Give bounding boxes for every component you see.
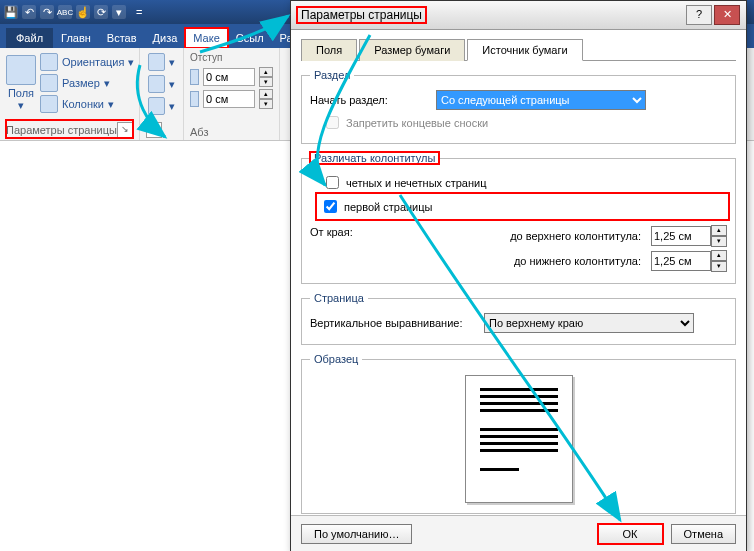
spin-down[interactable]: ▾ [711, 236, 727, 247]
chevron-down-icon: ▾ [108, 98, 114, 111]
indent-label: Отступ [190, 52, 273, 63]
spin-down[interactable]: ▾ [711, 261, 727, 272]
first-page-checkbox[interactable] [324, 200, 337, 213]
columns-button[interactable]: Колонки▾ [38, 94, 136, 114]
odd-even-checkbox[interactable] [326, 176, 339, 189]
margins-label: Поля [8, 87, 34, 99]
touch-icon[interactable]: ☝ [76, 5, 90, 19]
page-preview [465, 375, 573, 503]
margins-button[interactable]: Поля ▾ [6, 52, 36, 114]
help-button[interactable]: ? [686, 5, 712, 25]
indent-right-row: ▴▾ [190, 89, 273, 109]
page-setup-group-label: Параметры страницы [6, 124, 117, 136]
valign-select[interactable]: По верхнему краю [484, 313, 694, 333]
undo-icon[interactable]: ↶ [22, 5, 36, 19]
section-start-select[interactable]: Со следующей страницы [436, 90, 646, 110]
save-icon[interactable]: 💾 [4, 5, 18, 19]
section-fieldset: Раздел Начать раздел: Со следующей стран… [301, 69, 736, 144]
dialog-tabs: Поля Размер бумаги Источник бумаги [301, 38, 736, 61]
spin-down[interactable]: ▾ [259, 99, 273, 109]
header-distance-label: до верхнего колонтитула: [380, 230, 645, 242]
indent-left-row: ▴▾ [190, 67, 273, 87]
orientation-icon [40, 53, 58, 71]
page-setup-dialog: Параметры страницы ? ✕ Поля Размер бумаг… [290, 0, 747, 551]
headers-legend: Различать колонтитулы [310, 152, 439, 164]
dropdown-icon[interactable]: ▾ [112, 5, 126, 19]
indent-right-input[interactable] [203, 90, 255, 108]
sample-legend: Образец [310, 353, 362, 365]
redo-icon[interactable]: ↷ [40, 5, 54, 19]
tab-paper-size[interactable]: Размер бумаги [359, 39, 465, 61]
tab-references[interactable]: Ссыл [228, 28, 272, 48]
chevron-down-icon: ▾ [169, 100, 175, 113]
page-setup-dialog-launcher[interactable]: ↘ [117, 122, 133, 138]
chevron-down-icon: ▾ [169, 56, 175, 69]
dialog-title: Параметры страницы [297, 7, 426, 23]
tab-layout[interactable]: Маке [185, 28, 227, 48]
chevron-down-icon: ▾ [169, 78, 175, 91]
suppress-endnotes-label: Запретить концевые сноски [346, 117, 488, 129]
abc-icon[interactable]: ABC [58, 5, 72, 19]
tab-paper-source[interactable]: Источник бумаги [467, 39, 582, 61]
suppress-endnotes-checkbox[interactable] [326, 116, 339, 129]
headers-fieldset: Различать колонтитулы четных и нечетных … [301, 152, 736, 284]
ok-button[interactable]: ОК [598, 524, 663, 544]
line-numbers-ribbon-button[interactable]: ▾ [146, 74, 177, 94]
chevron-down-icon: ▾ [18, 99, 24, 112]
tab-design[interactable]: Диза [145, 28, 186, 48]
footer-distance-input[interactable] [651, 251, 711, 271]
first-page-label: первой страницы [344, 201, 432, 213]
hyphenation-button[interactable]: ▾ [146, 96, 177, 116]
valign-label: Вертикальное выравнивание: [310, 317, 478, 329]
margins-icon [6, 55, 36, 85]
section-start-label: Начать раздел: [310, 94, 430, 106]
chevron-down-icon: ▾ [128, 56, 134, 69]
cancel-button[interactable]: Отмена [671, 524, 736, 544]
spin-up[interactable]: ▴ [259, 89, 273, 99]
tab-home[interactable]: Главн [53, 28, 99, 48]
hyphenation-icon [148, 97, 165, 115]
from-edge-label: От края: [310, 222, 380, 275]
dialog-body: Поля Размер бумаги Источник бумаги Разде… [291, 30, 746, 515]
header-distance-input[interactable] [651, 226, 711, 246]
breaks-dialog-launcher[interactable]: ↘ [146, 122, 162, 138]
breaks-button[interactable]: ▾ [146, 52, 177, 72]
tab-insert[interactable]: Встав [99, 28, 145, 48]
spin-up[interactable]: ▴ [711, 225, 727, 236]
page-legend: Страница [310, 292, 368, 304]
odd-even-label: четных и нечетных страниц [346, 177, 486, 189]
dialog-footer: По умолчанию… ОК Отмена [291, 515, 746, 551]
indent-left-icon [190, 69, 199, 85]
paragraph-group-label: Абз [190, 126, 208, 138]
tab-fields[interactable]: Поля [301, 39, 357, 61]
sample-fieldset: Образец [301, 353, 736, 514]
footer-distance-label: до нижнего колонтитула: [380, 255, 645, 267]
spin-down[interactable]: ▾ [259, 77, 273, 87]
size-button[interactable]: Размер▾ [38, 73, 136, 93]
indent-left-input[interactable] [203, 68, 255, 86]
tab-file[interactable]: Файл [6, 28, 53, 48]
section-legend: Раздел [310, 69, 354, 81]
refresh-icon[interactable]: ⟳ [94, 5, 108, 19]
columns-icon [40, 95, 58, 113]
breaks-icon [148, 53, 165, 71]
page-setup-group-footer: Параметры страницы ↘ [6, 120, 133, 138]
dialog-titlebar: Параметры страницы ? ✕ [291, 1, 746, 30]
spin-up[interactable]: ▴ [711, 250, 727, 261]
indent-right-icon [190, 91, 199, 107]
close-button[interactable]: ✕ [714, 5, 740, 25]
spin-up[interactable]: ▴ [259, 67, 273, 77]
size-icon [40, 74, 58, 92]
default-button[interactable]: По умолчанию… [301, 524, 412, 544]
orientation-button[interactable]: Ориентация▾ [38, 52, 136, 72]
line-numbers-icon [148, 75, 165, 93]
page-fieldset: Страница Вертикальное выравнивание: По в… [301, 292, 736, 345]
chevron-down-icon: ▾ [104, 77, 110, 90]
